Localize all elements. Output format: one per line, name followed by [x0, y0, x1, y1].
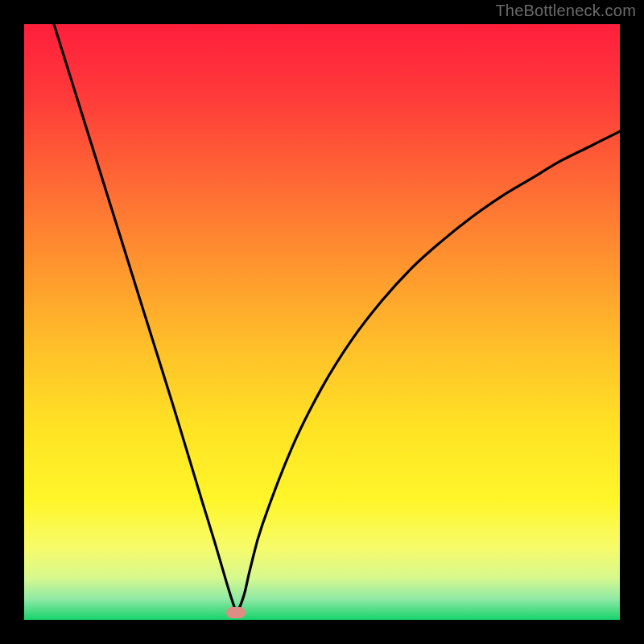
plot-svg [24, 24, 620, 620]
optimum-marker-icon [226, 607, 246, 618]
watermark-text: TheBottleneck.com [495, 2, 636, 20]
plot-area [24, 24, 620, 620]
gradient-background [24, 24, 620, 620]
chart-frame: TheBottleneck.com [0, 0, 644, 644]
